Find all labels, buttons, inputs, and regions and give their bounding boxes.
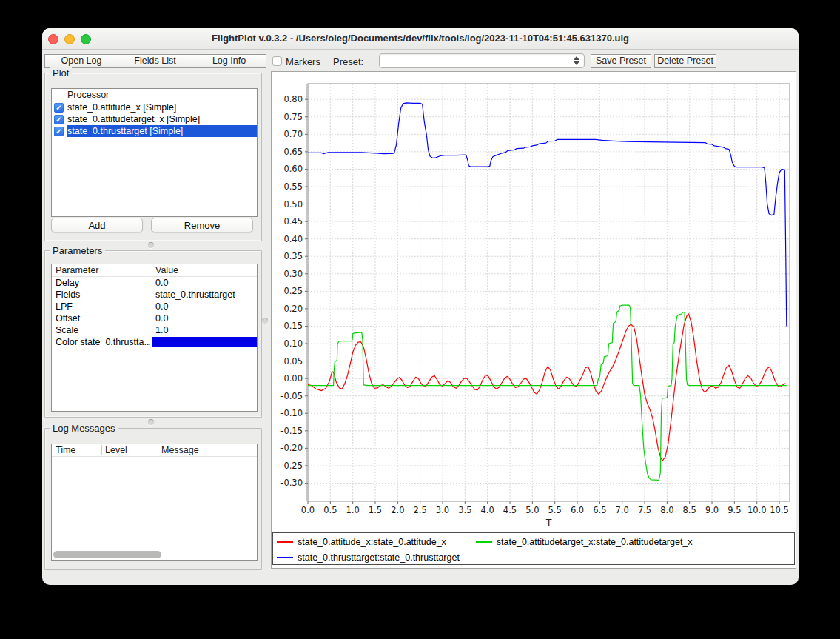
plot-list[interactable]: Processor ✓state_0.attitude_x [Simple]✓s… <box>51 88 258 217</box>
log-col-time: Time <box>56 444 75 456</box>
plot-list-body: ✓state_0.attitude_x [Simple]✓state_0.att… <box>52 101 257 216</box>
svg-text:5.0: 5.0 <box>525 505 539 515</box>
log-col-message: Message <box>161 444 199 456</box>
legend-label: state_0.attitude_x:state_0.attitude_x <box>298 537 446 547</box>
parameter-row[interactable]: Scale1.0 <box>52 324 257 336</box>
checked-checkbox[interactable]: ✓ <box>54 103 64 113</box>
legend-label: state_0.attitudetarget_x:state_0.attitud… <box>497 537 693 547</box>
open-log-button[interactable]: Open Log <box>44 54 118 68</box>
splitter-handle-vertical[interactable] <box>262 318 268 324</box>
svg-text:0.10: 0.10 <box>283 338 303 349</box>
log-messages-table[interactable]: Time Level Message <box>51 444 258 561</box>
fields-list-button[interactable]: Fields List <box>118 54 192 68</box>
checked-checkbox[interactable]: ✓ <box>54 127 64 136</box>
svg-text:-0.05: -0.05 <box>280 391 303 401</box>
parameter-value[interactable]: 1.0 <box>155 324 257 336</box>
plot-list-item-label[interactable]: state_0.attitudetarget_x [Simple] <box>67 113 257 125</box>
parameters-panel: Parameters Parameter Value Delay0.0Field… <box>44 250 262 418</box>
parameter-name: Offset <box>56 312 150 324</box>
svg-text:5.5: 5.5 <box>548 505 562 515</box>
checked-checkbox[interactable]: ✓ <box>54 115 64 124</box>
plot-panel: Plot Processor ✓state_0.attitude_x [Simp… <box>44 73 262 241</box>
parameter-color-swatch[interactable] <box>152 337 257 347</box>
window-title: FlightPlot v.0.3.2 - /Users/oleg/Documen… <box>42 28 799 49</box>
parameter-value[interactable]: 0.0 <box>155 312 257 324</box>
svg-text:0.25: 0.25 <box>283 286 303 296</box>
parameters-table[interactable]: Parameter Value Delay0.0Fieldsstate_0.th… <box>51 264 258 412</box>
parameter-row[interactable]: Fieldsstate_0.thrusttarget <box>52 289 257 301</box>
svg-text:-0.20: -0.20 <box>280 443 303 453</box>
svg-text:10.5: 10.5 <box>770 505 789 515</box>
svg-text:-0.15: -0.15 <box>280 426 303 436</box>
svg-text:0.45: 0.45 <box>283 216 303 227</box>
plot-list-item-label[interactable]: state_0.thrusttarget [Simple] <box>67 125 257 137</box>
log-info-button[interactable]: Log Info <box>192 54 266 68</box>
svg-text:2.0: 2.0 <box>391 505 404 515</box>
horizontal-scrollbar-thumb[interactable] <box>53 551 161 558</box>
combobox-stepper-icon[interactable] <box>571 55 582 67</box>
svg-text:0.00: 0.00 <box>283 373 303 384</box>
parameter-name: Fields <box>56 289 150 301</box>
plot-list-item[interactable]: ✓state_0.attitudetarget_x [Simple] <box>52 113 257 125</box>
parameter-name: LPF <box>56 301 150 312</box>
svg-text:0.15: 0.15 <box>283 321 303 331</box>
svg-text:0.55: 0.55 <box>283 181 303 192</box>
log-messages-panel-title: Log Messages <box>50 423 118 434</box>
svg-text:7.0: 7.0 <box>616 505 629 515</box>
svg-text:0.75: 0.75 <box>283 112 303 122</box>
parameters-panel-title: Parameters <box>50 245 105 256</box>
plot-list-header: Processor <box>67 89 109 101</box>
delete-preset-button[interactable]: Delete Preset <box>654 54 716 68</box>
parameter-name: Delay <box>56 277 150 289</box>
legend-label: state_0.thrusttarget:state_0.thrusttarge… <box>298 552 460 563</box>
svg-text:10.0: 10.0 <box>747 505 767 515</box>
svg-text:0.30: 0.30 <box>283 269 303 279</box>
parameters-table-body: Delay0.0Fieldsstate_0.thrusttargetLPF0.0… <box>52 277 257 411</box>
svg-text:6.0: 6.0 <box>571 505 584 515</box>
svg-text:0.20: 0.20 <box>283 304 303 314</box>
svg-text:1.0: 1.0 <box>346 505 360 515</box>
svg-text:0.40: 0.40 <box>283 234 303 244</box>
plot-list-item-label[interactable]: state_0.attitude_x [Simple] <box>67 101 257 113</box>
svg-text:0.5: 0.5 <box>323 505 337 515</box>
chart-plot-area[interactable]: 0.00.51.01.52.02.53.03.54.04.55.05.56.06… <box>272 72 796 532</box>
svg-text:7.5: 7.5 <box>638 505 651 515</box>
markers-checkbox[interactable] <box>272 56 282 66</box>
splitter-handle-bottom[interactable] <box>148 419 154 425</box>
splitter-handle-top[interactable] <box>148 242 154 248</box>
log-col-level: Level <box>105 444 127 456</box>
parameter-row[interactable]: Offset0.0 <box>52 312 257 324</box>
svg-text:0.0: 0.0 <box>301 505 315 515</box>
svg-text:0.70: 0.70 <box>283 129 303 139</box>
svg-text:4.5: 4.5 <box>503 505 517 515</box>
legend-entry: state_0.attitude_x:state_0.attitude_x <box>277 537 446 547</box>
parameter-row[interactable]: Delay0.0 <box>52 277 257 289</box>
legend-row: state_0.thrusttarget:state_0.thrusttarge… <box>277 550 792 565</box>
svg-text:0.50: 0.50 <box>283 199 303 210</box>
svg-text:-0.30: -0.30 <box>280 478 303 488</box>
parameter-value[interactable]: 0.0 <box>155 301 257 312</box>
svg-text:0.05: 0.05 <box>283 356 303 367</box>
svg-text:-0.25: -0.25 <box>280 461 303 471</box>
svg-text:9.0: 9.0 <box>705 505 719 515</box>
parameter-value[interactable]: 0.0 <box>155 277 257 289</box>
plot-list-item[interactable]: ✓state_0.thrusttarget [Simple] <box>52 125 257 137</box>
parameter-value[interactable]: state_0.thrusttarget <box>155 289 257 301</box>
parameter-row[interactable]: LPF0.0 <box>52 301 257 312</box>
save-preset-button[interactable]: Save Preset <box>591 54 651 68</box>
plot-list-item[interactable]: ✓state_0.attitude_x [Simple] <box>52 101 257 113</box>
preset-combobox[interactable] <box>379 53 585 68</box>
svg-text:3.0: 3.0 <box>436 505 449 515</box>
add-plot-button[interactable]: Add <box>51 218 143 232</box>
legend-entry: state_0.attitudetarget_x:state_0.attitud… <box>476 537 693 547</box>
log-messages-panel: Log Messages Time Level Message <box>44 428 262 570</box>
svg-text:0.80: 0.80 <box>283 94 303 104</box>
svg-text:9.5: 9.5 <box>728 505 741 515</box>
markers-label: Markers <box>286 56 320 67</box>
legend-line-sample-icon <box>277 557 293 558</box>
svg-text:1.5: 1.5 <box>369 505 382 515</box>
app-window: FlightPlot v.0.3.2 - /Users/oleg/Documen… <box>42 28 799 585</box>
parameter-row[interactable]: Color state_0.thrustta... <box>52 336 257 348</box>
title-bar[interactable]: FlightPlot v.0.3.2 - /Users/oleg/Documen… <box>42 28 799 50</box>
remove-plot-button[interactable]: Remove <box>151 218 253 232</box>
